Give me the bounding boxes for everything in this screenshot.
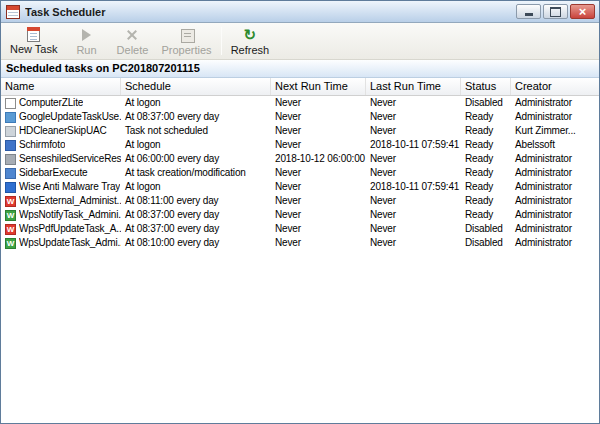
task-name-cell: SidebarExecute [1, 166, 121, 180]
task-name: ComputerZLite [19, 96, 83, 110]
task-status: Ready [461, 152, 511, 166]
table-row[interactable]: SchirmfotoAt logonNever2018-10-11 07:59:… [1, 138, 599, 152]
task-creator: Administrator [511, 166, 599, 180]
task-name-cell: GoogleUpdateTaskUse... [1, 110, 121, 124]
table-row[interactable]: Wise Anti Malware TrayAt logonNever2018-… [1, 180, 599, 194]
column-header-creator[interactable]: Creator [511, 78, 599, 95]
task-status: Disabled [461, 222, 511, 236]
task-last: Never [366, 152, 461, 166]
task-schedule: At task creation/modification [121, 166, 271, 180]
task-last: Never [366, 236, 461, 250]
task-status: Ready [461, 166, 511, 180]
task-icon: W [5, 238, 16, 249]
task-last: Never [366, 194, 461, 208]
properties-icon [179, 27, 195, 43]
task-name-cell: Wise Anti Malware Tray [1, 180, 121, 194]
task-icon [5, 112, 16, 123]
task-next: Never [271, 166, 366, 180]
run-button: Run [63, 24, 109, 58]
task-last: 2018-10-11 07:59:41 [366, 138, 461, 152]
task-status: Ready [461, 124, 511, 138]
task-icon: W [5, 224, 16, 235]
task-name: WpsExternal_Administ... [19, 194, 121, 208]
task-name: SidebarExecute [19, 166, 88, 180]
refresh-button[interactable]: Refresh [225, 24, 276, 58]
info-bar: Scheduled tasks on PC201807201115 [1, 60, 599, 78]
task-next: Never [271, 222, 366, 236]
column-header-status[interactable]: Status [461, 78, 511, 95]
task-name-cell: WWpsPdfUpdateTask_A... [1, 222, 121, 236]
table-row[interactable]: WWpsExternal_Administ...At 08:11:00 ever… [1, 194, 599, 208]
table-row[interactable]: WWpsUpdateTask_Admi...At 08:10:00 every … [1, 236, 599, 250]
toolbar-button-label: Refresh [231, 44, 270, 56]
task-last: Never [366, 166, 461, 180]
task-list: NameScheduleNext Run TimeLast Run TimeSt… [1, 78, 599, 423]
run-icon [78, 27, 94, 43]
task-name-cell: Schirmfoto [1, 138, 121, 152]
delete-button: Delete [109, 24, 155, 58]
task-name: WpsUpdateTask_Admi... [19, 236, 121, 250]
toolbar-button-label: Properties [161, 44, 211, 56]
task-name: Schirmfoto [19, 138, 65, 152]
table-row[interactable]: ComputerZLiteAt logonNeverNeverDisabledA… [1, 96, 599, 110]
table-row[interactable]: WWpsPdfUpdateTask_A...At 08:37:00 every … [1, 222, 599, 236]
task-last: Never [366, 222, 461, 236]
task-next: Never [271, 138, 366, 152]
task-schedule: At 08:10:00 every day [121, 236, 271, 250]
task-name: GoogleUpdateTaskUse... [19, 110, 121, 124]
table-row[interactable]: HDCleanerSkipUACTask not scheduledNeverN… [1, 124, 599, 138]
task-schedule: At 06:00:00 every day [121, 152, 271, 166]
task-schedule: At 08:37:00 every day [121, 110, 271, 124]
task-status: Ready [461, 180, 511, 194]
properties-button: Properties [155, 24, 217, 58]
task-schedule: At 08:11:00 every day [121, 194, 271, 208]
task-last: Never [366, 208, 461, 222]
minimize-button[interactable] [516, 4, 541, 19]
maximize-button[interactable] [543, 4, 568, 19]
table-row[interactable]: WWpsNotifyTask_Admini...At 08:37:00 ever… [1, 208, 599, 222]
new-task-button[interactable]: New Task [4, 24, 63, 58]
title-bar[interactable]: Task Scheduler [1, 1, 599, 23]
task-creator: Abelssoft [511, 138, 599, 152]
column-header-row: NameScheduleNext Run TimeLast Run TimeSt… [1, 78, 599, 96]
task-name-cell: HDCleanerSkipUAC [1, 124, 121, 138]
task-next: Never [271, 96, 366, 110]
column-header-name[interactable]: Name [1, 78, 121, 95]
task-scheduler-window: Task Scheduler New TaskRunDeleteProperti… [0, 0, 600, 424]
task-status: Disabled [461, 96, 511, 110]
window-title: Task Scheduler [25, 6, 516, 18]
task-next: Never [271, 124, 366, 138]
task-schedule: At 08:37:00 every day [121, 208, 271, 222]
task-name-cell: SenseshiledServiceRes... [1, 152, 121, 166]
task-last: Never [366, 124, 461, 138]
task-name: WpsPdfUpdateTask_A... [19, 222, 121, 236]
table-row[interactable]: GoogleUpdateTaskUse...At 08:37:00 every … [1, 110, 599, 124]
toolbar-button-label: Delete [117, 44, 149, 56]
table-row[interactable]: SenseshiledServiceRes...At 06:00:00 ever… [1, 152, 599, 166]
new-task-icon [27, 27, 40, 42]
task-creator: Administrator [511, 236, 599, 250]
refresh-icon [242, 27, 258, 43]
table-row[interactable]: SidebarExecuteAt task creation/modificat… [1, 166, 599, 180]
column-header-schedule[interactable]: Schedule [121, 78, 271, 95]
task-creator: Administrator [511, 222, 599, 236]
task-icon: W [5, 210, 16, 221]
task-last: 2018-10-11 07:59:41 [366, 180, 461, 194]
delete-icon [124, 27, 140, 43]
task-status: Ready [461, 208, 511, 222]
task-list-body[interactable]: ComputerZLiteAt logonNeverNeverDisabledA… [1, 96, 599, 423]
maximize-icon [544, 5, 567, 18]
task-icon: W [5, 196, 16, 207]
task-creator: Kurt Zimmer... [511, 124, 599, 138]
task-schedule: At logon [121, 180, 271, 194]
task-name: WpsNotifyTask_Admini... [19, 208, 121, 222]
task-next: Never [271, 208, 366, 222]
column-header-next[interactable]: Next Run Time [271, 78, 366, 95]
task-name-cell: ComputerZLite [1, 96, 121, 110]
task-status: Ready [461, 138, 511, 152]
task-creator: Administrator [511, 96, 599, 110]
task-schedule: At logon [121, 96, 271, 110]
close-button[interactable] [570, 4, 595, 19]
task-last: Never [366, 96, 461, 110]
column-header-last[interactable]: Last Run Time [366, 78, 461, 95]
